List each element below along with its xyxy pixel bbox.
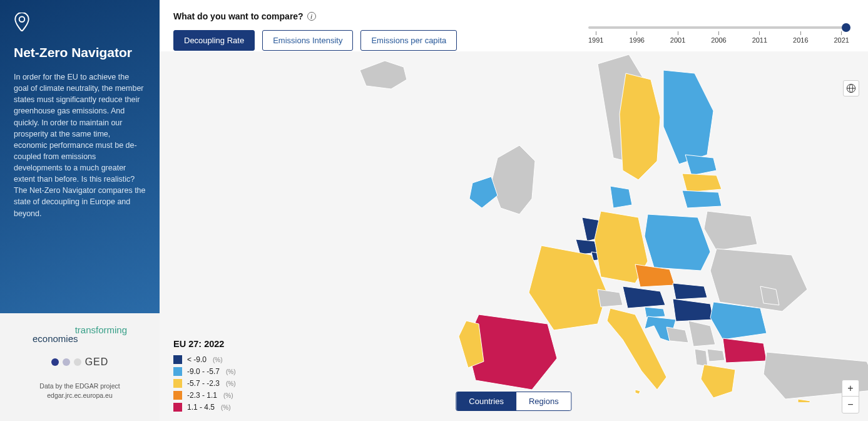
logo-dot-icon: [63, 358, 70, 366]
country-ukraine[interactable]: [710, 249, 807, 311]
sidebar-footer: transforming economies GED Data by the E…: [0, 313, 160, 421]
country-uk[interactable]: [491, 145, 535, 214]
country-malta[interactable]: [635, 390, 640, 394]
country-finland[interactable]: [663, 70, 713, 164]
app-title: Net-Zero Navigator: [14, 45, 146, 60]
country-denmark[interactable]: [610, 186, 632, 208]
app-description: In order for the EU to achieve the goal …: [14, 71, 146, 219]
timeline-tick: 1996: [629, 31, 644, 44]
country-poland[interactable]: [645, 214, 710, 271]
toggle-decoupling-rate[interactable]: Decoupling Rate: [173, 30, 255, 51]
legend-item[interactable]: 1.1 - 4.5(%): [173, 403, 236, 412]
country-latvia[interactable]: [682, 174, 722, 192]
top-bar: What do you want to compare? i Decouplin…: [160, 0, 868, 59]
country-serbia[interactable]: [688, 321, 715, 346]
country-albania[interactable]: [695, 349, 708, 366]
timeline-tick: 2006: [711, 31, 726, 44]
logo-dot-icon: [51, 358, 59, 366]
pin-icon: [14, 13, 30, 31]
view-regions-button[interactable]: Regions: [516, 392, 571, 410]
country-estonia[interactable]: [685, 155, 717, 175]
country-sweden[interactable]: [620, 73, 660, 180]
timeline-tick: 2001: [670, 31, 685, 44]
toggle-emissions-intensity[interactable]: Emissions Intensity: [262, 30, 353, 51]
timeline-tick: 2021: [834, 31, 849, 44]
country-bosnia[interactable]: [666, 327, 688, 343]
info-icon[interactable]: i: [307, 12, 316, 21]
timeline-tick: 2016: [793, 31, 808, 44]
sidebar: Net-Zero Navigator In order for the EU t…: [0, 0, 160, 421]
zoom-control: + −: [842, 380, 859, 413]
legend-item[interactable]: < -9.0(%): [173, 355, 236, 364]
country-belarus[interactable]: [704, 211, 757, 251]
country-northmacedonia[interactable]: [707, 349, 725, 361]
legend-item[interactable]: -2.3 - 1.1(%): [173, 391, 236, 400]
map-legend: EU 27: 2022 < -9.0(%)-9.0 - -5.7(%)-5.7 …: [173, 339, 236, 415]
map-area: EU 27: 2022 < -9.0(%)-9.0 - -5.7(%)-5.7 …: [160, 51, 868, 421]
country-cyprus[interactable]: [798, 399, 810, 402]
transforming-economies-logo: transforming economies: [14, 326, 146, 343]
country-austria[interactable]: [623, 286, 665, 308]
compare-prompt: What do you want to compare? i: [173, 11, 854, 21]
country-switzerland[interactable]: [598, 289, 623, 307]
view-countries-button[interactable]: Countries: [456, 392, 516, 410]
slider-track[interactable]: [588, 26, 849, 29]
country-iceland[interactable]: [360, 61, 407, 89]
ged-logo: GED: [14, 356, 146, 368]
country-lithuania[interactable]: [682, 190, 722, 208]
main-panel: ? What do you want to compare? i Decoupl…: [160, 0, 868, 421]
country-greece[interactable]: [701, 365, 735, 398]
toggle-emissions-per-capita[interactable]: Emissions per capita: [360, 30, 457, 51]
slider-handle[interactable]: [842, 23, 850, 32]
timeline-tick: 1991: [588, 31, 603, 44]
country-slovenia[interactable]: [645, 307, 665, 318]
country-bulgaria[interactable]: [723, 338, 767, 363]
legend-item[interactable]: -9.0 - -5.7(%): [173, 367, 236, 376]
sidebar-header: Net-Zero Navigator In order for the EU t…: [0, 0, 160, 313]
slider-ticks: 1991199620012006201120162021: [588, 31, 849, 44]
country-hungary[interactable]: [673, 299, 713, 321]
europe-map[interactable]: [335, 51, 868, 402]
timeline-tick: 2011: [752, 31, 767, 44]
country-slovakia[interactable]: [673, 283, 707, 299]
logo-dot-icon: [74, 358, 81, 366]
data-credit: Data by the EDGAR project edgar.jrc.ec.e…: [14, 382, 146, 400]
year-slider[interactable]: 1991199620012006201120162021: [588, 26, 849, 44]
legend-title: EU 27: 2022: [173, 339, 236, 349]
zoom-in-button[interactable]: +: [842, 380, 859, 397]
zoom-out-button[interactable]: −: [842, 397, 859, 413]
legend-item[interactable]: -5.7 - -2.3(%): [173, 379, 236, 388]
view-toggle: Countries Regions: [456, 392, 571, 411]
